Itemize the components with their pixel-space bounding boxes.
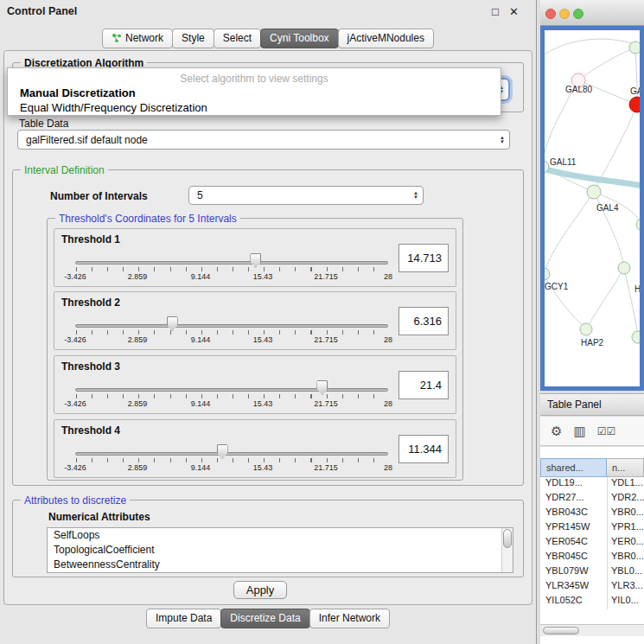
table-row[interactable]: YPR145W YPR1...	[540, 521, 644, 536]
columns-icon[interactable]: ▥	[573, 424, 585, 437]
node-hap2[interactable]	[580, 323, 592, 335]
cell-name[interactable]: YBR0...	[607, 551, 644, 565]
threshold-1-slider-thumb[interactable]	[250, 253, 261, 268]
column-header-shared-name[interactable]: shared...	[540, 458, 607, 477]
table-row[interactable]: YLR345W YLR3...	[540, 580, 644, 595]
tick-label: 28	[384, 399, 392, 408]
tab-select[interactable]: Select	[214, 29, 261, 48]
threshold-1-slider-ticks	[76, 267, 389, 271]
network-window-titlebar[interactable]	[540, 0, 644, 26]
table-row[interactable]: YDR27... YDR2...	[540, 492, 644, 507]
selected-red-node[interactable]	[629, 97, 640, 112]
node[interactable]	[629, 41, 640, 54]
node-gcy1[interactable]	[545, 268, 550, 280]
table-horizontal-scrollbar[interactable]	[540, 624, 644, 636]
table-row[interactable]: YDL19... YDL1...	[540, 477, 644, 492]
tab-discretize-data[interactable]: Discretize Data	[220, 609, 309, 628]
algorithm-option-equal-width-frequency[interactable]: Equal Width/Frequency Discretization	[20, 101, 207, 114]
threshold-4-slider-thumb[interactable]	[217, 444, 228, 459]
cell-shared-name[interactable]: YDL19...	[540, 477, 607, 492]
threshold-4-value-field[interactable]: 11.344	[399, 435, 449, 463]
cell-shared-name[interactable]: YBL079W	[540, 565, 607, 580]
cell-name[interactable]: YBL0...	[607, 565, 644, 580]
cell-shared-name[interactable]: YDR27...	[540, 492, 607, 507]
combo-stepper-icon[interactable]: ▲▼	[500, 136, 509, 144]
gear-icon[interactable]: ⚙	[551, 424, 562, 437]
close-traffic-light-icon[interactable]	[545, 9, 556, 19]
list-vertical-scrollbar[interactable]	[501, 528, 513, 572]
scrollbar-thumb[interactable]	[543, 627, 579, 634]
cell-shared-name[interactable]: YER054C	[540, 536, 607, 551]
threshold-2-slider-track[interactable]	[75, 324, 388, 328]
table-row[interactable]: YBR045C YBR0...	[540, 551, 644, 565]
cell-name[interactable]: YLR3...	[607, 580, 644, 595]
tab-network[interactable]: Network	[102, 29, 173, 48]
threshold-1-value-field[interactable]: 14.713	[399, 244, 449, 272]
table-row[interactable]: YIL052C YIL0...	[540, 595, 644, 609]
table-row[interactable]: YBL079W YBL0...	[540, 565, 644, 580]
number-of-intervals-combobox[interactable]: 5 ▲▼	[188, 186, 424, 205]
table-row[interactable]: YBR043C YBR0...	[540, 507, 644, 521]
table-toolbar: ⚙ ▥ ☑☑	[540, 417, 644, 446]
algorithm-option-manual-discretization[interactable]: Manual Discretization	[20, 86, 136, 99]
list-item-betweennesscentrality[interactable]: BetweennessCentrality	[48, 558, 513, 572]
threshold-panel-2: Threshold 2 -3.426 2.859 9.144 15.43 21.…	[54, 291, 456, 350]
threshold-4-slider-track[interactable]	[75, 452, 388, 456]
tick-label: 2.859	[128, 463, 148, 472]
close-panel-icon[interactable]: ✕	[509, 5, 519, 19]
threshold-3-slider-thumb[interactable]	[316, 380, 328, 395]
interval-definition-title: Interval Definition	[21, 164, 108, 176]
tick-label: 28	[384, 335, 392, 344]
cell-name[interactable]: YBR0...	[607, 507, 644, 521]
threshold-3-value-field[interactable]: 21.4	[399, 371, 449, 399]
tick-label: 15.43	[253, 335, 273, 344]
number-of-intervals-label: Number of Intervals	[50, 190, 148, 202]
threshold-2-value-field[interactable]: 6.316	[399, 307, 449, 335]
numerical-attributes-heading: Numerical Attributes	[48, 511, 150, 523]
tab-jactivemnodules[interactable]: jActiveMNodules	[338, 29, 434, 48]
node[interactable]	[636, 219, 640, 231]
cell-shared-name[interactable]: YBR043C	[540, 507, 607, 521]
combo-stepper-icon[interactable]: ▲▼	[413, 191, 423, 200]
numerical-attributes-list[interactable]: SelfLoops TopologicalCoefficient Between…	[47, 527, 513, 573]
algorithm-option-placeholder[interactable]: Select algorithm to view settings	[8, 73, 501, 85]
cell-shared-name[interactable]: YBR045C	[540, 551, 607, 565]
node[interactable]	[632, 331, 640, 343]
cell-shared-name[interactable]: YPR145W	[540, 521, 607, 536]
float-panel-icon[interactable]: □	[492, 5, 499, 19]
minimize-traffic-light-icon[interactable]	[559, 9, 570, 19]
list-item-topologicalcoefficient[interactable]: TopologicalCoefficient	[48, 543, 513, 558]
select-all-checkbox-icon[interactable]: ☑☑	[597, 426, 616, 437]
cell-name[interactable]: YPR1...	[607, 521, 644, 536]
tab-style[interactable]: Style	[172, 29, 214, 48]
threshold-panel-1: Threshold 1 -3.426 2.859 9.144 15.43 21.…	[54, 228, 456, 287]
cell-shared-name[interactable]: YLR345W	[540, 580, 607, 595]
list-item-selfloops[interactable]: SelfLoops	[48, 528, 513, 543]
node-gal4[interactable]	[587, 185, 601, 199]
cell-name[interactable]: YER0...	[607, 536, 644, 551]
highlighted-edge[interactable]	[545, 169, 640, 186]
apply-button[interactable]: Apply	[233, 581, 287, 599]
tab-infer-network[interactable]: Infer Network	[309, 609, 390, 628]
cell-name[interactable]: YIL0...	[607, 595, 644, 609]
column-header-name[interactable]: n...	[607, 458, 644, 477]
zoom-traffic-light-icon[interactable]	[573, 9, 583, 19]
tick-label: 21.715	[314, 335, 338, 344]
cell-shared-name[interactable]: YIL052C	[540, 595, 607, 609]
cell-name[interactable]: YDL1...	[607, 477, 644, 492]
network-canvas[interactable]: GAL80 GA GAL11 GAL4 GCY1 H HAP2	[545, 30, 640, 386]
tab-cyni-toolbox[interactable]: Cyni Toolbox	[260, 29, 338, 48]
node-label: H	[634, 284, 640, 294]
threshold-1-slider-track[interactable]	[75, 261, 388, 265]
scrollbar-thumb[interactable]	[503, 529, 512, 548]
node[interactable]	[618, 262, 630, 274]
threshold-2-slider-thumb[interactable]	[167, 316, 178, 331]
table-panel-header: Table Panel	[540, 393, 644, 416]
top-tab-bar: Network Style Select Cyni Toolbox jActiv…	[0, 29, 537, 48]
table-row[interactable]: YER054C YER0...	[540, 536, 644, 551]
cell-name[interactable]: YDR2...	[607, 492, 644, 507]
tab-impute-data[interactable]: Impute Data	[146, 609, 221, 628]
table-data-combobox[interactable]: galFiltered.sif default node ▲▼	[17, 130, 510, 150]
threshold-3-slider-track[interactable]	[75, 388, 388, 392]
threshold-2-slider-ticks	[76, 330, 389, 335]
